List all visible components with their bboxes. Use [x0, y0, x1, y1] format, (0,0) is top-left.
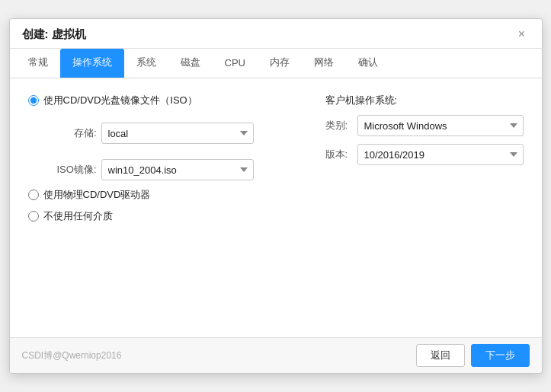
- use-iso-radio[interactable]: [28, 95, 39, 106]
- dialog-title: 创建: 虚拟机: [22, 27, 86, 42]
- iso-field: ISO镜像: win10_2004.iso: [45, 159, 301, 180]
- next-button[interactable]: 下一步: [471, 344, 530, 367]
- media-radio-group: 使用CD/DVD光盘镜像文件（ISO） 存储: local ISO镜像: win…: [28, 94, 301, 223]
- tab-general[interactable]: 常规: [16, 49, 60, 78]
- tab-confirm[interactable]: 确认: [346, 49, 390, 78]
- back-button[interactable]: 返回: [416, 344, 465, 367]
- tab-network[interactable]: 网络: [302, 49, 346, 78]
- use-physical-radio-label[interactable]: 使用物理CD/DVD驱动器: [28, 188, 301, 202]
- tab-cpu[interactable]: CPU: [213, 50, 258, 77]
- tab-memory[interactable]: 内存: [258, 49, 302, 78]
- tab-system[interactable]: 系统: [124, 49, 168, 78]
- type-field: 类别: Microsoft Windows: [325, 115, 524, 136]
- use-iso-label: 使用CD/DVD光盘镜像文件（ISO）: [43, 94, 197, 107]
- dialog-body: 使用CD/DVD光盘镜像文件（ISO） 存储: local ISO镜像: win…: [10, 78, 542, 337]
- no-media-radio-label[interactable]: 不使用任何介质: [28, 209, 301, 223]
- type-label: 类别:: [325, 119, 353, 132]
- iso-label: ISO镜像:: [45, 163, 97, 177]
- iso-select[interactable]: win10_2004.iso: [101, 159, 254, 180]
- version-field: 版本: 10/2016/2019: [325, 144, 524, 165]
- use-iso-radio-label[interactable]: 使用CD/DVD光盘镜像文件（ISO）: [28, 94, 301, 107]
- no-media-label: 不使用任何介质: [43, 209, 113, 223]
- use-physical-radio[interactable]: [28, 190, 39, 200]
- close-button[interactable]: ×: [514, 27, 530, 42]
- guest-os-title: 客户机操作系统:: [325, 94, 524, 107]
- tab-bar: 常规 操作系统 系统 磁盘 CPU 内存 网络 确认: [10, 49, 542, 78]
- tab-disk[interactable]: 磁盘: [168, 49, 213, 78]
- dialog-titlebar: 创建: 虚拟机 ×: [10, 19, 542, 49]
- right-section: 客户机操作系统: 类别: Microsoft Windows 版本: 10/20…: [325, 94, 524, 223]
- type-select[interactable]: Microsoft Windows: [357, 115, 524, 136]
- version-select[interactable]: 10/2016/2019: [357, 144, 524, 165]
- storage-select[interactable]: local: [101, 123, 254, 144]
- tab-os[interactable]: 操作系统: [60, 49, 124, 78]
- footer-watermark: CSDI博@Qwerniop2016: [22, 349, 410, 362]
- left-section: 使用CD/DVD光盘镜像文件（ISO） 存储: local ISO镜像: win…: [28, 94, 301, 223]
- storage-label: 存储:: [45, 126, 97, 140]
- create-vm-dialog: 创建: 虚拟机 × 常规 操作系统 系统 磁盘 CPU 内存 网络 确认 使用C…: [9, 18, 543, 374]
- version-label: 版本:: [325, 148, 353, 161]
- storage-field: 存储: local: [45, 123, 301, 144]
- dialog-footer: CSDI博@Qwerniop2016 返回 下一步: [10, 337, 542, 373]
- section-row: 使用CD/DVD光盘镜像文件（ISO） 存储: local ISO镜像: win…: [28, 94, 524, 223]
- no-media-radio[interactable]: [28, 211, 39, 221]
- use-physical-label: 使用物理CD/DVD驱动器: [43, 188, 151, 202]
